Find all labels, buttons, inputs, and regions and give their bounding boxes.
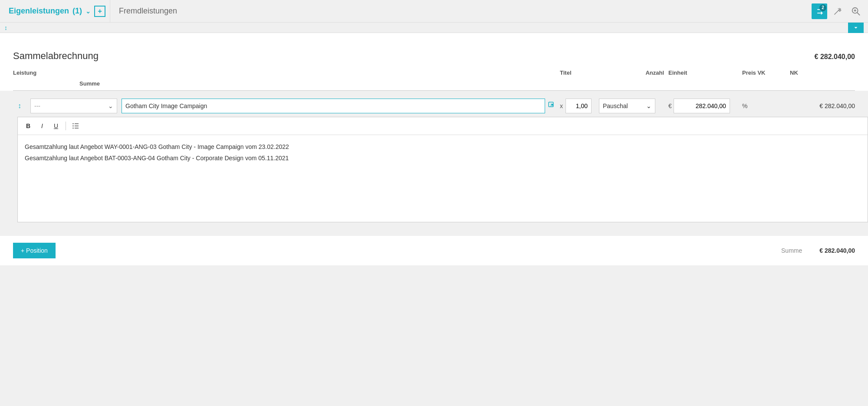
zoom-in-button[interactable]	[848, 3, 864, 19]
footer-row: + Position Summe € 282.040,00	[0, 235, 868, 265]
anzahl-input[interactable]	[566, 99, 592, 113]
section-header: Sammelabrechnung € 282.040,00	[13, 42, 855, 66]
editor-toolbar: B I U	[18, 117, 868, 135]
table-header: Leistung Titel Anzahl Einheit Preis VK N…	[13, 66, 855, 91]
editor-content[interactable]: Gesamtzahlung laut Angebot WAY-0001-ANG-…	[18, 135, 868, 222]
main-content: Sammelabrechnung € 282.040,00 Leistung T…	[0, 33, 868, 91]
magic-wand-button[interactable]	[830, 3, 845, 19]
col-header-einheit: Einheit	[668, 69, 738, 76]
add-tab-button[interactable]: +	[94, 6, 105, 17]
svg-line-0	[835, 10, 839, 14]
editor-line-1: Gesamtzahlung laut Angebot WAY-0001-ANG-…	[25, 142, 861, 152]
svg-line-6	[857, 12, 860, 15]
col-header-leistung: Leistung	[13, 69, 556, 76]
einheit-value: Pauschal	[603, 102, 628, 109]
row-summe: € 282.040,00	[790, 102, 855, 109]
nk-wrap: %	[742, 102, 786, 109]
tab-eigenleistungen[interactable]: Eigenleistungen (1) ⌄ +	[4, 6, 110, 17]
leistung-select[interactable]: --- ⌄	[30, 99, 117, 113]
tab-eigenleistungen-label: Eigenleistungen	[9, 7, 69, 16]
tab-eigenleistungen-count: (1)	[72, 7, 82, 16]
chevron-down-icon[interactable]: ⌄	[85, 8, 91, 15]
section-title: Sammelabrechnung	[13, 50, 99, 62]
editor-container: B I U Gesamtzahlung laut Angebot WA	[0, 117, 868, 231]
toolbar-list-button[interactable]	[69, 120, 82, 132]
nk-label: %	[742, 102, 747, 109]
col-header-summe: Summe	[13, 80, 100, 87]
toolbar-icons: 2	[812, 3, 864, 19]
tab-fremdleistungen-label: Fremdleistungen	[119, 7, 177, 16]
einheit-select[interactable]: Pauschal ⌄	[599, 99, 655, 113]
add-position-label: + Position	[21, 247, 48, 254]
toolbar-divider	[66, 122, 66, 130]
resize-icon[interactable]: ↕	[4, 24, 7, 31]
shuffle-badge: 2	[819, 4, 826, 11]
sort-handle[interactable]: ↕	[13, 102, 26, 110]
x-label: x	[560, 102, 563, 109]
external-link-icon[interactable]	[548, 101, 556, 111]
col-header-preis: Preis VK	[742, 69, 786, 76]
tab-fremdleistungen[interactable]: Fremdleistungen	[110, 0, 186, 23]
table-row: ↕ --- ⌄ x	[13, 95, 855, 117]
chevron-down-icon: ⌄	[108, 102, 113, 109]
editor-box: B I U Gesamtzahlung laut Angebot WA	[17, 117, 868, 222]
einheit-chevron-icon: ⌄	[646, 102, 651, 109]
titel-input-wrap	[122, 99, 556, 113]
preis-wrap: €	[668, 99, 738, 113]
toolbar-bold-button[interactable]: B	[22, 120, 34, 132]
leistung-select-value: ---	[34, 102, 40, 109]
col-header-nk: NK	[790, 69, 855, 76]
preis-input[interactable]	[674, 99, 730, 113]
footer-summe-label: Summe	[781, 247, 802, 254]
col-header-anzahl: Anzahl	[599, 69, 664, 76]
resize-row: ↕	[0, 23, 868, 33]
titel-input[interactable]	[122, 99, 545, 113]
row-area: ↕ --- ⌄ x	[0, 91, 868, 235]
tab-bar: Eigenleistungen (1) ⌄ + Fremdleistungen …	[0, 0, 868, 23]
col-header-titel: Titel	[560, 69, 595, 76]
toolbar-underline-button[interactable]: U	[50, 120, 62, 132]
add-position-button[interactable]: + Position	[13, 243, 56, 258]
footer-summe-value: € 282.040,00	[819, 247, 855, 254]
toolbar-italic-button[interactable]: I	[36, 120, 48, 132]
section-total: € 282.040,00	[815, 53, 855, 61]
shuffle-button[interactable]: 2	[812, 3, 827, 19]
anzahl-wrap: x	[560, 99, 595, 113]
euro-sign: €	[668, 102, 672, 109]
footer-right: Summe € 282.040,00	[781, 247, 855, 254]
editor-line-2: Gesamtzahlung laut Angebot BAT-0003-ANG-…	[25, 153, 861, 163]
collapse-button[interactable]	[848, 23, 864, 33]
